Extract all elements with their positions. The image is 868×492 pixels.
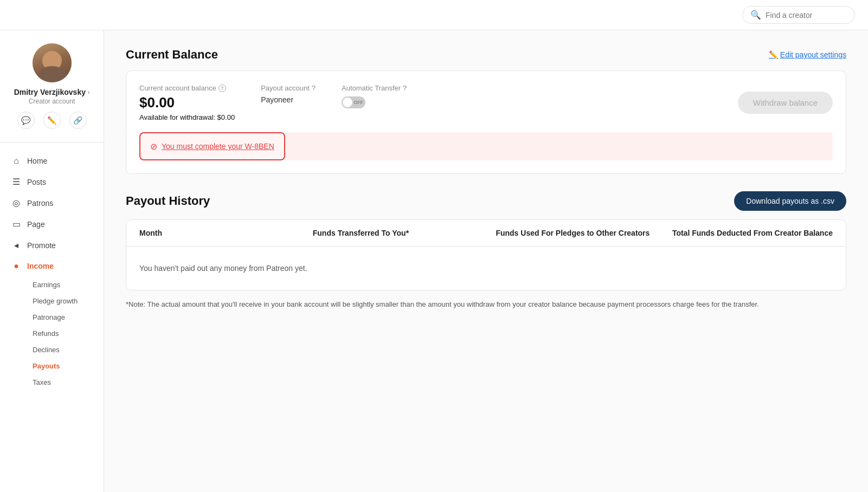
auto-transfer-label: Automatic Transfer ? [342,84,407,92]
main-layout: Dmitry Verzjikovsky › Creator account 💬 … [0,30,868,492]
auto-transfer-help-icon[interactable]: ? [403,84,407,92]
withdraw-balance-button[interactable]: Withdraw balance [738,92,833,114]
profile-name[interactable]: Dmitry Verzjikovsky › [14,88,90,96]
posts-icon: ☰ [11,177,22,187]
link-icon-button[interactable]: 🔗 [69,112,87,129]
patrons-icon: ◎ [11,198,22,208]
income-icon: ● [11,261,22,271]
toggle-thumb [343,98,352,107]
sidebar-subitem-patronage[interactable]: Patronage [26,309,99,325]
available-amount: $0.00 [217,113,235,121]
account-balance-label: Current account balance ? [139,84,235,92]
promote-icon: ◂ [11,240,22,250]
sidebar-item-income[interactable]: ● Income [4,256,99,276]
w8ben-alert: ⊘ You must complete your W-8BEN [139,132,285,160]
payout-table: Month Funds Transferred To You* Funds Us… [126,219,846,290]
nav-section: ⌂ Home ☰ Posts ◎ Patrons ▭ Page ◂ Promot… [0,151,104,391]
profile-action-icons: 💬 ✏️ 🔗 [17,112,87,129]
table-header: Month Funds Transferred To You* Funds Us… [126,220,846,247]
sidebar-item-page[interactable]: ▭ Page [4,214,99,234]
sidebar-item-label-patrons: Patrons [27,199,53,208]
payout-account-col: Payout account ? Payoneer [261,84,316,104]
col-month: Month [139,229,313,237]
col-total-deducted: Total Funds Deducted From Creator Balanc… [659,229,833,237]
search-icon: 🔍 [750,10,761,20]
payout-account-label: Payout account ? [261,84,316,92]
col-funds-pledges: Funds Used For Pledges to Other Creators [486,229,660,237]
sidebar-item-patrons[interactable]: ◎ Patrons [4,193,99,213]
search-box[interactable]: 🔍 [742,6,855,24]
chevron-right-icon: › [88,89,89,95]
auto-transfer-toggle[interactable]: OFF [342,96,407,108]
sidebar-item-label-income: Income [27,262,54,270]
payout-account-value: Payoneer [261,95,316,104]
col-funds-transferred: Funds Transferred To You* [313,229,486,237]
sidebar-subitem-earnings[interactable]: Earnings [26,277,99,293]
sidebar: Dmitry Verzjikovsky › Creator account 💬 … [0,30,104,492]
auto-transfer-col: Automatic Transfer ? OFF [342,84,407,108]
edit-icon-button[interactable]: ✏️ [43,112,61,129]
profile-role: Creator account [29,98,75,105]
balance-card: Current account balance ? $0.00 Availabl… [126,70,846,174]
w8ben-link[interactable]: You must complete your W-8BEN [162,142,274,151]
current-balance-header: Current Balance ✏️ Edit payout settings [126,48,846,62]
main-content: Current Balance ✏️ Edit payout settings … [104,30,868,492]
pencil-icon: ✏️ [769,50,778,59]
chat-icon-button[interactable]: 💬 [17,112,35,129]
payout-history-header: Payout History Download payouts as .csv [126,191,846,211]
sidebar-item-home[interactable]: ⌂ Home [4,151,99,171]
download-payouts-button[interactable]: Download payouts as .csv [734,191,846,211]
alert-circle-icon: ⊘ [150,141,157,152]
payout-note: *Note: The actual amount that you'll rec… [126,299,846,310]
sidebar-subitem-taxes[interactable]: Taxes [26,374,99,390]
balance-row: Current account balance ? $0.00 Availabl… [139,84,833,121]
toggle-label: OFF [353,100,363,105]
sidebar-item-label-home: Home [27,157,47,165]
sidebar-item-label-posts: Posts [27,178,46,186]
edit-payout-settings-link[interactable]: ✏️ Edit payout settings [769,50,846,59]
sidebar-subitem-pledge-growth[interactable]: Pledge growth [26,293,99,309]
income-subitems: Earnings Pledge growth Patronage Refunds… [4,277,99,390]
search-input[interactable] [766,11,847,20]
payout-account-help-icon[interactable]: ? [312,84,316,92]
alert-row: ⊘ You must complete your W-8BEN [139,132,833,160]
sidebar-subitem-payouts[interactable]: Payouts [26,358,99,374]
avatar [33,43,72,82]
account-balance-help-icon[interactable]: ? [218,85,226,92]
balance-amount: $0.00 [139,94,235,111]
table-empty-message: You haven't paid out any money from Patr… [126,247,846,290]
home-icon: ⌂ [11,156,22,166]
sidebar-item-label-promote: Promote [27,241,56,250]
balance-available: Available for withdrawal: $0.00 [139,113,235,121]
alert-background-fill [285,132,833,160]
sidebar-subitem-refunds[interactable]: Refunds [26,326,99,341]
toggle-track[interactable]: OFF [342,96,365,108]
sidebar-item-posts[interactable]: ☰ Posts [4,172,99,192]
sidebar-profile: Dmitry Verzjikovsky › Creator account 💬 … [0,43,104,143]
topbar: 🔍 [0,0,868,30]
page-icon: ▭ [11,219,22,229]
sidebar-subitem-declines[interactable]: Declines [26,342,99,358]
account-balance-col: Current account balance ? $0.00 Availabl… [139,84,235,121]
sidebar-item-label-page: Page [27,220,45,229]
payout-history-title: Payout History [126,194,210,208]
current-balance-title: Current Balance [126,48,218,62]
sidebar-item-promote[interactable]: ◂ Promote [4,235,99,255]
